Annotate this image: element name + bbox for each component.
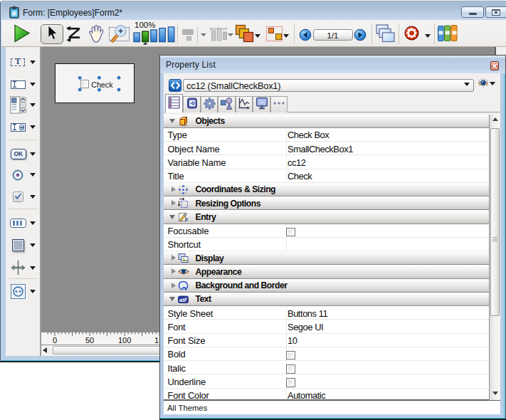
- svg-text:50: 50: [85, 336, 93, 345]
- svg-text:100: 100: [117, 336, 130, 345]
- svg-text:#: #: [185, 217, 188, 222]
- svg-text:5: 5: [185, 297, 187, 301]
- svg-text:0: 0: [52, 336, 56, 345]
